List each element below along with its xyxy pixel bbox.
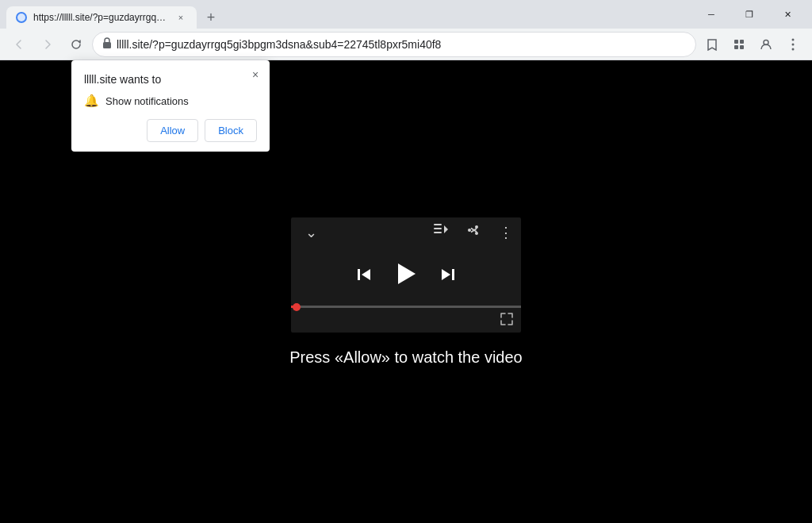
svg-rect-12: [434, 232, 442, 233]
svg-rect-17: [452, 269, 454, 280]
bookmark-button[interactable]: [699, 32, 725, 57]
video-bottom-bar: [291, 308, 521, 333]
window-controls: ─ ❐ ✕: [693, 0, 806, 29]
svg-rect-3: [740, 40, 744, 44]
svg-rect-11: [434, 228, 442, 229]
video-top-bar: ⌄: [291, 217, 521, 248]
video-main-controls: [291, 248, 521, 306]
bell-icon: 🔔: [84, 94, 99, 108]
svg-point-14: [475, 232, 478, 235]
svg-rect-16: [358, 269, 360, 280]
svg-rect-1: [103, 42, 111, 48]
new-tab-button[interactable]: +: [200, 6, 222, 29]
tab-favicon: [16, 12, 27, 23]
reload-button[interactable]: [63, 32, 89, 57]
press-allow-text: Press «Allow» to watch the video: [289, 348, 523, 367]
allow-button[interactable]: Allow: [147, 119, 198, 142]
active-tab[interactable]: https://lllll.site/?p=guzdayrrgq5... ×: [6, 6, 197, 29]
popup-buttons: Allow Block: [84, 119, 257, 142]
tab-bar: https://lllll.site/?p=guzdayrrgq5... × +: [6, 0, 687, 29]
svg-rect-2: [734, 40, 738, 44]
lock-icon: [102, 37, 112, 51]
toolbar-actions: [699, 32, 806, 57]
video-play-button[interactable]: [393, 260, 419, 293]
svg-point-9: [792, 48, 795, 50]
video-fullscreen-button[interactable]: [500, 313, 513, 328]
close-button[interactable]: ✕: [769, 0, 806, 29]
svg-point-0: [17, 13, 25, 21]
browser-frame: https://lllll.site/?p=guzdayrrgq5... × +…: [0, 0, 812, 523]
block-button[interactable]: Block: [205, 119, 257, 142]
video-progress-dot: [293, 303, 301, 311]
notification-popup: × lllll.site wants to 🔔 Show notificatio…: [71, 60, 270, 152]
forward-button[interactable]: [35, 32, 60, 57]
back-button[interactable]: [6, 32, 32, 57]
popup-item-text: Show notifications: [105, 95, 189, 107]
title-bar: https://lllll.site/?p=guzdayrrgq5... × +…: [0, 0, 812, 29]
svg-rect-5: [740, 45, 744, 49]
browser-toolbar: lllll.site/?p=guzdayrrgq5gi3bpgm3dsna&su…: [0, 29, 812, 60]
video-more-button[interactable]: ⋮: [499, 224, 513, 241]
video-playlist-button[interactable]: [434, 224, 448, 241]
extensions-button[interactable]: [726, 32, 752, 57]
address-bar[interactable]: lllll.site/?p=guzdayrrgq5gi3bpgm3dsna&su…: [92, 32, 696, 57]
popup-title: lllll.site wants to: [84, 73, 257, 86]
popup-close-button[interactable]: ×: [247, 67, 263, 83]
video-next-button[interactable]: [439, 265, 458, 288]
svg-rect-10: [434, 224, 442, 225]
video-prev-button[interactable]: [354, 265, 373, 288]
svg-point-7: [792, 38, 795, 40]
popup-notification-item: 🔔 Show notifications: [84, 94, 257, 108]
svg-point-8: [792, 43, 795, 45]
svg-point-13: [475, 225, 478, 229]
video-player: ⌄: [291, 217, 521, 333]
video-progress-bar[interactable]: [291, 306, 521, 308]
svg-rect-4: [734, 45, 738, 49]
minimize-button[interactable]: ─: [693, 0, 730, 29]
menu-button[interactable]: [780, 32, 806, 57]
video-share-button[interactable]: [467, 224, 480, 241]
tab-close-button[interactable]: ×: [174, 11, 187, 24]
account-button[interactable]: [753, 32, 779, 57]
video-collapse-button[interactable]: ⌄: [305, 224, 317, 241]
svg-point-15: [468, 229, 471, 232]
tab-title: https://lllll.site/?p=guzdayrrgq5...: [33, 12, 168, 23]
maximize-button[interactable]: ❐: [731, 0, 768, 29]
url-text: lllll.site/?p=guzdayrrgq5gi3bpgm3dsna&su…: [117, 38, 686, 51]
page-content: × lllll.site wants to 🔔 Show notificatio…: [0, 60, 812, 523]
